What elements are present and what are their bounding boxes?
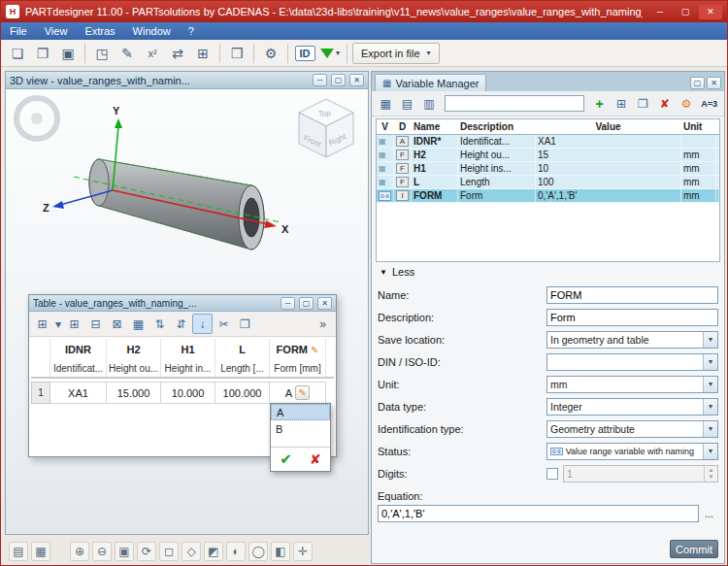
identification-type-select[interactable]: Geometry attribute ▾ [546, 420, 718, 438]
add-table-icon[interactable]: ⊞ [612, 93, 631, 114]
col-value[interactable]: Value [536, 119, 681, 134]
variable-row-l[interactable]: ▦ F L Length 100 mm [377, 176, 719, 189]
minimize-button[interactable]: ─ [648, 5, 672, 19]
row-number[interactable]: 1 [31, 382, 50, 404]
formula-icon[interactable]: x² [141, 43, 164, 64]
settings-gear-icon[interactable]: ⚙ [677, 93, 696, 114]
description-input[interactable] [546, 309, 718, 326]
col-d[interactable]: D [394, 119, 412, 134]
name-input[interactable] [546, 286, 718, 304]
commit-button[interactable]: Commit [670, 540, 718, 558]
sort-ascending-icon[interactable]: ⇅ [149, 314, 170, 334]
duplicate-icon[interactable]: ❐ [633, 93, 652, 114]
3d-view-header[interactable]: 3D view - value_ranges_with_namin... ─ ▢… [6, 72, 368, 89]
less-expander[interactable]: ▼ Less [380, 266, 414, 278]
save-location-select[interactable]: In geometry and table ▾ [546, 331, 718, 349]
sort-descending-icon[interactable]: ⇵ [171, 314, 191, 334]
id-button[interactable]: ID [293, 43, 316, 64]
col-h2[interactable]: H2 [107, 339, 161, 360]
dropdown-option-a[interactable]: A [271, 404, 330, 420]
rotate-view-icon[interactable]: ⟳ [137, 542, 156, 561]
menu-file[interactable]: File [1, 22, 36, 40]
equation-more-button[interactable]: ... [705, 508, 718, 519]
section-icon[interactable]: ◧ [271, 542, 290, 561]
save-icon[interactable]: ▣ [56, 43, 80, 64]
wireframe-icon[interactable]: ◯ [248, 542, 268, 561]
variable-row-form[interactable]: 0-9 I FORM Form 0,'A',1,'B' mm [377, 189, 719, 203]
unit-select[interactable]: mm ▾ [546, 376, 718, 393]
digits-spinner[interactable]: 1 ▲▼ [563, 465, 718, 483]
panel-close-button[interactable]: ✕ [707, 77, 721, 89]
cell-edit-button[interactable]: ✎ [295, 385, 310, 400]
copy-icon[interactable]: ❐ [235, 314, 255, 334]
open-file-icon[interactable]: ❐ [31, 43, 54, 64]
zoom-fit-icon[interactable]: ▣ [115, 542, 134, 561]
variable-manager-tab[interactable]: ▦ Variable Manager [375, 74, 486, 91]
zoom-in-icon[interactable]: ⊕ [70, 542, 89, 561]
list-view-icon[interactable]: ▤ [397, 93, 416, 114]
rename-a3-icon[interactable]: A=3 [698, 96, 720, 112]
more-tools-icon[interactable]: » [313, 314, 333, 334]
din-iso-select[interactable]: ▾ [546, 353, 718, 371]
col-description[interactable]: Description [458, 119, 536, 134]
delete-variable-icon[interactable]: ✘ [655, 93, 675, 114]
import-folder-icon[interactable]: ❒ [225, 43, 248, 64]
export-in-file-button[interactable]: Export in file ▾ [352, 43, 440, 64]
axes-toggle-icon[interactable]: ✛ [293, 542, 313, 561]
top-view-icon[interactable]: ◩ [204, 542, 223, 561]
menu-window[interactable]: Window [124, 22, 180, 40]
table-close-button[interactable]: ✕ [317, 297, 332, 310]
view-table-icon[interactable]: ▦ [31, 542, 50, 561]
clear-table-icon[interactable]: ⊠ [107, 314, 127, 334]
col-h1[interactable]: H1 [161, 339, 215, 360]
cell-form[interactable]: A ✎ [270, 382, 326, 404]
panel-close-button[interactable]: ✕ [349, 74, 364, 86]
sketch-icon[interactable]: ◳ [90, 43, 114, 64]
color-dropdown-button[interactable]: ▾ [318, 43, 342, 64]
cell-idnr[interactable]: XA1 [50, 382, 107, 404]
panel-maximize-button[interactable]: ▢ [331, 74, 346, 86]
chevron-down-icon[interactable]: ▾ [53, 314, 63, 334]
view-list-icon[interactable]: ▤ [9, 542, 28, 561]
dropdown-option-b[interactable]: B [271, 420, 330, 437]
move-down-icon[interactable]: ↓ [192, 314, 213, 334]
add-variable-icon[interactable]: + [590, 93, 610, 114]
confirm-check-icon[interactable]: ✔ [280, 450, 292, 468]
col-name[interactable]: Name [412, 119, 458, 134]
table-window-header[interactable]: Table - value_ranges_with_naming_... ─ ▢… [29, 295, 336, 312]
cell-l[interactable]: 100.000 [215, 382, 270, 404]
col-v[interactable]: V [377, 119, 394, 134]
equation-input[interactable] [378, 505, 699, 522]
close-button[interactable]: ✕ [699, 5, 722, 19]
digits-checkbox[interactable] [546, 468, 558, 480]
menu-view[interactable]: View [36, 22, 77, 40]
insert-row-icon[interactable]: ⊞ [64, 314, 84, 334]
col-l[interactable]: L [215, 339, 270, 360]
zoom-out-icon[interactable]: ⊖ [92, 542, 112, 561]
transform-icon[interactable]: ⇄ [166, 43, 189, 64]
orientation-cube[interactable]: Top Front Right [299, 99, 353, 157]
table-minimize-button[interactable]: ─ [281, 297, 295, 310]
col-unit[interactable]: Unit [681, 119, 716, 134]
cancel-cross-icon[interactable]: ✘ [310, 451, 321, 467]
variable-row-h2[interactable]: ▦ F H2 Height ou... 15 mm [377, 149, 719, 162]
edit-icon[interactable]: ✎ [116, 43, 139, 64]
cut-icon[interactable]: ✂ [214, 314, 234, 334]
panel-minimize-button[interactable]: ─ [313, 74, 327, 86]
variable-row-h1[interactable]: ▦ F H1 Height ins... 10 mm [377, 162, 719, 176]
delete-row-icon[interactable]: ⊟ [85, 314, 106, 334]
panel-float-button[interactable]: ▢ [690, 77, 705, 89]
shading-icon[interactable]: ◐ [226, 542, 246, 561]
menu-extras[interactable]: Extras [76, 22, 123, 40]
new-file-icon[interactable]: ❏ [6, 43, 29, 64]
iso-view-icon[interactable]: ◇ [182, 542, 201, 561]
search-input[interactable] [445, 95, 584, 112]
table-maximize-button[interactable]: ▢ [299, 297, 314, 310]
grid-view-icon[interactable]: ▦ [376, 93, 395, 114]
variable-row-idnr[interactable]: ▦ A IDNR* Identificat... XA1 [377, 135, 719, 149]
status-select[interactable]: 0-9 Value range variable with naming ▾ [546, 443, 718, 460]
table-icon[interactable]: ⊞ [191, 43, 215, 64]
cell-h2[interactable]: 15.000 [107, 382, 161, 404]
cell-h1[interactable]: 10.000 [161, 382, 215, 404]
menu-help[interactable]: ? [180, 22, 203, 40]
